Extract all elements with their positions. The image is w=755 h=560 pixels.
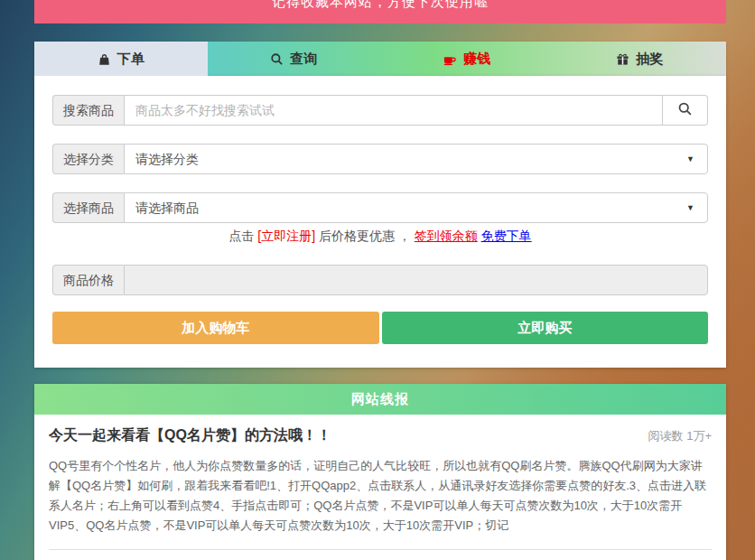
category-select[interactable]: 请选择分类 ▼ xyxy=(124,144,708,174)
add-to-cart-button[interactable]: 加入购物车 xyxy=(52,312,379,344)
search-button[interactable] xyxy=(663,95,708,126)
tab-earn[interactable]: 赚钱 xyxy=(380,42,554,76)
banner-text: 记得收藏本网站，方便下次使用喔 xyxy=(34,0,726,11)
tab-order-label: 下单 xyxy=(117,51,144,68)
order-form-card: 搜索商品 选择分类 请选择分类 ▼ 选择商品 请选择商品 ▼ 点击 xyxy=(34,76,726,368)
action-buttons: 加入购物车 立即购买 xyxy=(52,312,708,344)
search-row-label: 搜索商品 xyxy=(52,95,124,126)
price-row-label: 商品价格 xyxy=(52,265,124,295)
article-title[interactable]: 今天一起来看看【QQ名片赞】的方法哦！！ xyxy=(49,426,331,445)
product-select[interactable]: 请选择商品 ▼ xyxy=(124,192,708,223)
search-row: 搜索商品 xyxy=(52,95,708,126)
free-order-link[interactable]: 免费下单 xyxy=(481,229,532,243)
chevron-down-icon: ▼ xyxy=(686,193,694,222)
tab-earn-label: 赚钱 xyxy=(463,51,490,68)
gift-icon xyxy=(616,52,629,66)
tab-query[interactable]: 查询 xyxy=(208,42,381,76)
category-row-label: 选择分类 xyxy=(52,144,124,174)
divider xyxy=(49,549,712,550)
tab-bar: 下单 查询 赚钱 抽奖 xyxy=(34,42,726,76)
coffee-cup-icon xyxy=(443,52,457,66)
tab-order[interactable]: 下单 xyxy=(34,42,208,76)
top-banner: 记得收藏本网站，方便下次使用喔 xyxy=(34,0,726,23)
category-select-value: 请选择分类 xyxy=(135,145,199,173)
tab-lottery[interactable]: 抽奖 xyxy=(554,42,727,76)
search-input[interactable] xyxy=(124,95,663,126)
price-input xyxy=(124,265,708,295)
product-row: 选择商品 请选择商品 ▼ xyxy=(52,192,708,223)
promo-prefix: 点击 xyxy=(228,229,254,243)
search-icon xyxy=(270,52,284,66)
article-body-text: QQ号里有个个性名片，他人为你点赞数量多的话，证明自己的人气比较旺，所以也就有Q… xyxy=(49,456,712,536)
chevron-down-icon: ▼ xyxy=(686,145,694,173)
news-header: 网站线报 xyxy=(34,384,726,415)
signin-balance-link[interactable]: 签到领余额 xyxy=(415,229,478,243)
register-link[interactable]: [立即注册] xyxy=(257,229,315,243)
shopping-bag-icon xyxy=(98,52,111,66)
tab-query-label: 查询 xyxy=(290,51,317,68)
article-views: 阅读数 1万+ xyxy=(648,428,712,444)
promo-middle: 后价格更优惠 ， xyxy=(319,229,411,243)
category-row: 选择分类 请选择分类 ▼ xyxy=(52,144,708,174)
price-row: 商品价格 xyxy=(52,265,708,295)
news-card: 网站线报 今天一起来看看【QQ名片赞】的方法哦！！ 阅读数 1万+ QQ号里有个… xyxy=(34,384,726,560)
product-select-value: 请选择商品 xyxy=(135,193,199,222)
buy-now-button[interactable]: 立即购买 xyxy=(382,312,709,344)
article-title-row: 今天一起来看看【QQ名片赞】的方法哦！！ 阅读数 1万+ xyxy=(49,426,712,445)
article-item: 今天一起来看看【QQ名片赞】的方法哦！！ 阅读数 1万+ QQ号里有个个性名片，… xyxy=(49,426,712,536)
search-icon xyxy=(677,101,693,119)
news-body: 今天一起来看看【QQ名片赞】的方法哦！！ 阅读数 1万+ QQ号里有个个性名片，… xyxy=(34,415,726,560)
tab-lottery-label: 抽奖 xyxy=(636,51,663,68)
main-container: 记得收藏本网站，方便下次使用喔 下单 查询 赚钱 抽奖 xyxy=(34,0,726,560)
product-row-label: 选择商品 xyxy=(52,192,124,223)
promo-text: 点击 [立即注册] 后价格更优惠 ， 签到领余额 免费下单 xyxy=(52,229,708,245)
